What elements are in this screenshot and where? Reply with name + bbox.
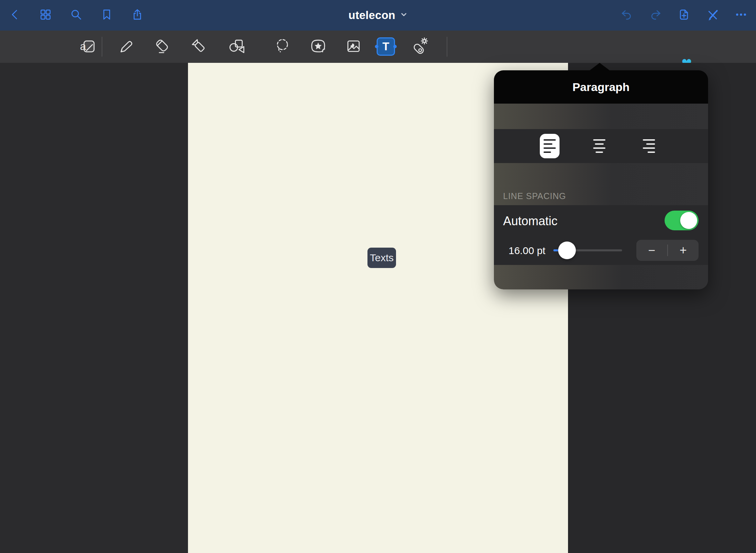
highlighter-tool[interactable]	[189, 31, 209, 63]
share-button[interactable]	[131, 8, 144, 22]
selection-handle-right	[393, 44, 397, 49]
image-tool[interactable]	[343, 31, 364, 63]
shapes-tool[interactable]	[226, 31, 247, 63]
tools-toolbar: a T HiraginoSans-... 16	[0, 31, 756, 63]
pan-edit-mode-tool[interactable]: a	[78, 31, 98, 63]
nav-right-group	[620, 0, 748, 31]
undo-button[interactable]	[620, 8, 634, 22]
selection-handle-left	[374, 44, 379, 49]
automatic-toggle[interactable]	[665, 211, 699, 230]
redo-button[interactable]	[649, 8, 662, 22]
align-right-button[interactable]	[639, 134, 659, 158]
document-title: utelecon	[348, 9, 395, 22]
ellipsis-icon	[735, 8, 748, 22]
popup-title: Paragraph	[572, 81, 630, 94]
align-left-button[interactable]	[540, 134, 560, 158]
text-object-label: Texts	[370, 252, 394, 264]
add-page-button[interactable]	[677, 8, 691, 22]
image-icon	[345, 37, 362, 56]
popup-arrow	[590, 63, 609, 70]
line-spacing-section-label: LINE SPACING	[503, 191, 566, 201]
align-center-icon	[593, 139, 605, 153]
undo-icon	[620, 8, 633, 22]
eraser-icon	[153, 37, 171, 56]
stickers-tool[interactable]	[308, 31, 328, 63]
document-title-group[interactable]: utelecon	[348, 0, 408, 31]
pen-tool[interactable]	[115, 31, 135, 63]
paragraph-popup: Paragraph LINE SPACING Automatic 16.00 p…	[494, 70, 708, 289]
thumbnails-button[interactable]	[39, 8, 52, 22]
navigation-bar: utelecon	[0, 0, 756, 31]
eraser-tool[interactable]	[152, 31, 172, 63]
laser-pointer-icon	[410, 37, 428, 56]
text-tool-selected[interactable]: T	[377, 37, 395, 56]
chevron-down-icon	[400, 11, 408, 20]
toggle-knob	[680, 212, 697, 229]
slider-thumb[interactable]	[558, 242, 576, 259]
align-left-icon	[544, 139, 556, 153]
laser-pointer-tool[interactable]	[409, 31, 429, 63]
increase-button[interactable]: +	[668, 240, 699, 261]
popup-blur-band	[494, 104, 708, 129]
search-icon	[70, 8, 83, 22]
pen-crossed-icon	[706, 8, 719, 22]
alignment-row	[494, 129, 708, 163]
bookmark-button[interactable]	[100, 8, 114, 22]
back-icon	[8, 8, 21, 22]
line-spacing-value: 16.00 pt	[509, 245, 545, 256]
svg-text:a: a	[80, 40, 86, 52]
align-right-icon	[643, 139, 655, 153]
sticker-star-icon	[309, 37, 327, 56]
lasso-icon	[274, 37, 292, 56]
back-button[interactable]	[8, 8, 22, 22]
toolbar-divider	[102, 37, 102, 57]
more-button[interactable]	[734, 8, 748, 22]
line-spacing-block: Automatic 16.00 pt − +	[494, 205, 708, 265]
highlighter-icon	[190, 37, 208, 56]
popup-blur-band: LINE SPACING	[494, 163, 708, 205]
redo-icon	[649, 8, 662, 22]
line-spacing-stepper: − +	[636, 240, 699, 261]
pan-edit-icon: a	[79, 37, 97, 56]
popup-header: Paragraph	[494, 70, 708, 104]
text-tool-glyph: T	[382, 40, 389, 53]
thumbnails-grid-icon	[39, 8, 52, 22]
nav-left-group	[0, 8, 144, 22]
readonly-mode-button[interactable]	[706, 8, 719, 22]
pen-icon	[116, 37, 134, 56]
canvas-background-left	[0, 63, 188, 553]
add-page-icon	[677, 8, 690, 22]
share-icon	[131, 8, 144, 22]
lasso-tool[interactable]	[273, 31, 293, 63]
bookmark-icon	[100, 8, 113, 22]
search-button[interactable]	[69, 8, 83, 22]
shapes-icon	[228, 37, 245, 56]
align-center-button[interactable]	[589, 134, 609, 158]
automatic-label: Automatic	[503, 214, 557, 228]
popup-blur-band	[494, 265, 708, 289]
decrease-button[interactable]: −	[636, 240, 667, 261]
selected-text-object[interactable]: Texts	[367, 248, 396, 268]
toolbar-divider	[447, 37, 447, 57]
